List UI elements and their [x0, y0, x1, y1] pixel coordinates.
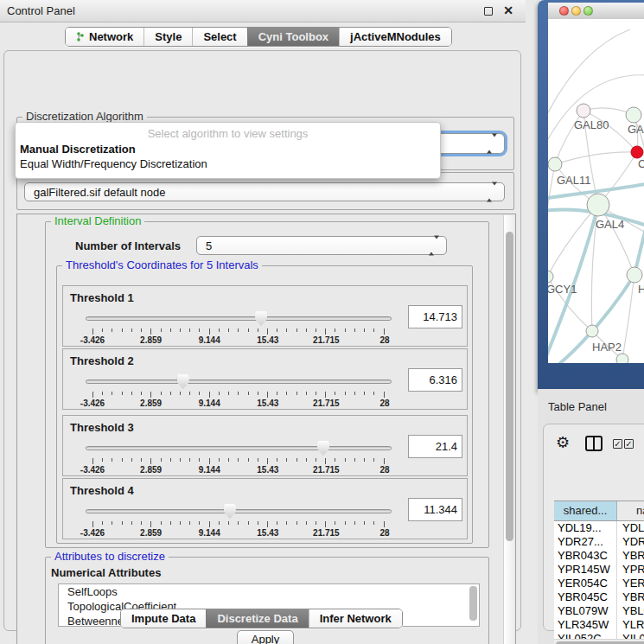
- slider-thumb[interactable]: [317, 441, 329, 456]
- checkbox-icon[interactable]: ✓: [624, 439, 634, 449]
- tab-infer-network[interactable]: Infer Network: [309, 609, 402, 628]
- threshold-slider-1[interactable]: [86, 312, 392, 328]
- cell-shared-name[interactable]: YDL19...: [554, 521, 617, 535]
- table-data-combo[interactable]: galFiltered.sif default node: [24, 182, 505, 201]
- tab-label: Cyni Toolbox: [258, 30, 328, 43]
- slider-thumb[interactable]: [224, 504, 236, 519]
- network-node-label-hap2: HAP2: [592, 341, 622, 354]
- threshold-label-4: Threshold 4: [70, 484, 134, 497]
- cell-shared-name[interactable]: YBR043C: [554, 549, 617, 563]
- slider-tick-labels: -3.4262.8599.14415.4321.71528: [92, 465, 385, 475]
- zoom-traffic-light-icon[interactable]: [583, 6, 593, 16]
- threshold-box-2: Threshold 2-3.4262.8599.14415.4321.71528…: [62, 348, 468, 410]
- tab-impute-data[interactable]: Impute Data: [121, 609, 206, 628]
- network-node[interactable]: [548, 157, 562, 171]
- interval-definition-group: Interval Definition Number of Intervals …: [45, 221, 489, 548]
- threshold-value-field-3[interactable]: 21.4: [408, 435, 462, 458]
- attributes-scrollbar[interactable]: [469, 586, 477, 621]
- network-node[interactable]: [548, 271, 553, 283]
- panel-scrollbar: [503, 215, 514, 644]
- algorithm-option-manual-discretization[interactable]: Manual Discretization: [20, 143, 136, 156]
- tab-jactivemnodules[interactable]: jActiveMNodules: [339, 28, 451, 46]
- network-node[interactable]: [586, 325, 598, 337]
- cell-name[interactable]: YPR1: [617, 563, 644, 577]
- split-columns-icon[interactable]: [585, 436, 603, 451]
- network-view-window: GAL80GACGAL11GAL4GCY1HHAP2: [538, 0, 644, 392]
- attribute-item-selfloops[interactable]: SelfLoops: [59, 584, 479, 599]
- cell-name[interactable]: YDR2: [617, 535, 644, 549]
- cell-shared-name[interactable]: YBR045C: [554, 590, 617, 604]
- algorithm-option-equal-width-frequency[interactable]: Equal Width/Frequency Discretization: [20, 157, 207, 170]
- tab-cyni-toolbox[interactable]: Cyni Toolbox: [247, 28, 339, 46]
- threshold-value-field-2[interactable]: 6.316: [408, 368, 462, 392]
- tab-style[interactable]: Style: [143, 28, 192, 46]
- cell-shared-name[interactable]: YDR27...: [554, 535, 617, 549]
- table-row[interactable]: YBR045CYBR0: [554, 590, 644, 604]
- network-edge[interactable]: [548, 164, 555, 244]
- close-icon[interactable]: ✕: [503, 3, 513, 17]
- network-node[interactable]: [577, 104, 590, 118]
- cyni-toolbox-panel: Discretization Algorithm Select algorith…: [3, 50, 521, 631]
- slider-tick-labels: -3.4262.8599.14415.4321.71528: [92, 335, 385, 346]
- network-node[interactable]: [626, 107, 641, 123]
- cell-name[interactable]: YBR0: [617, 590, 644, 604]
- slider-thumb[interactable]: [177, 374, 189, 389]
- float-window-icon[interactable]: [484, 7, 493, 16]
- threshold-slider-2[interactable]: [86, 375, 392, 391]
- table-row[interactable]: YBL079WYBL0: [554, 604, 644, 618]
- cell-name[interactable]: YBL0: [617, 604, 644, 618]
- combo-arrows-icon: [487, 137, 497, 150]
- network-node-label-gal4: GAL4: [596, 218, 624, 231]
- network-node[interactable]: [627, 267, 642, 283]
- table-row[interactable]: YDR27...YDR2: [554, 535, 644, 549]
- number-of-intervals-combo[interactable]: 5: [196, 236, 447, 255]
- network-canvas[interactable]: GAL80GACGAL11GAL4GCY1HHAP2: [548, 19, 644, 363]
- network-edge[interactable]: [555, 152, 637, 164]
- network-node[interactable]: [631, 146, 643, 158]
- network-edge[interactable]: [548, 205, 598, 277]
- tab-label: Style: [155, 30, 182, 43]
- table-row[interactable]: YLR345WYLR3: [554, 618, 644, 632]
- tab-select[interactable]: Select: [192, 28, 246, 46]
- threshold-slider-4[interactable]: [86, 505, 392, 520]
- right-panel: GAL80GACGAL11GAL4GCY1HHAP2 Table Panel ⚙…: [538, 0, 644, 644]
- slider-thumb[interactable]: [255, 311, 267, 326]
- tab-discretize-data[interactable]: Discretize Data: [206, 609, 308, 628]
- slider-ticks: [92, 392, 385, 398]
- cell-name[interactable]: YBR0: [617, 549, 644, 563]
- network-node[interactable]: [616, 354, 628, 363]
- table-row[interactable]: YBR043CYBR0: [554, 549, 644, 563]
- table-row[interactable]: YER054CYER0: [554, 577, 644, 590]
- slider-ticks: [92, 328, 385, 335]
- cell-shared-name[interactable]: YER054C: [554, 577, 617, 590]
- tab-network[interactable]: Network: [66, 28, 143, 46]
- threshold-value-field-1[interactable]: 14.713: [408, 305, 462, 328]
- gear-icon[interactable]: ⚙: [556, 435, 570, 450]
- cell-name[interactable]: YDL1: [617, 521, 644, 535]
- discretization-algorithm-group-label: Discretization Algorithm: [22, 110, 147, 123]
- threshold-slider-3[interactable]: [86, 442, 392, 457]
- minimize-traffic-light-icon[interactable]: [571, 6, 581, 16]
- network-node-label-gcy1: GCY1: [548, 283, 577, 296]
- tab-label: Discretize Data: [217, 612, 297, 625]
- tab-label: Impute Data: [131, 612, 195, 625]
- cell-name[interactable]: YLR3: [617, 618, 644, 632]
- threshold-box-4: Threshold 4-3.4262.8599.14415.4321.71528…: [62, 478, 468, 539]
- attributes-group-label: Attributes to discretize: [51, 550, 169, 563]
- panel-scrollbar-thumb[interactable]: [506, 232, 513, 541]
- threshold-value-field-4[interactable]: 11.344: [408, 498, 462, 521]
- table-row[interactable]: YDL19...YDL1: [554, 521, 644, 535]
- cell-name[interactable]: YER0: [617, 577, 644, 590]
- close-traffic-light-icon[interactable]: [559, 6, 569, 16]
- checkbox-icon[interactable]: ✓: [613, 439, 622, 449]
- apply-button[interactable]: Apply: [237, 630, 294, 644]
- table-panel-title: Table Panel: [548, 400, 607, 413]
- cell-shared-name[interactable]: YPR145W: [554, 563, 617, 577]
- network-node[interactable]: [587, 194, 609, 216]
- tab-label: Network: [89, 30, 133, 43]
- table-row[interactable]: YPR145WYPR1: [554, 563, 644, 577]
- column-header-name[interactable]: na: [617, 501, 644, 520]
- column-header-shared-name[interactable]: shared...: [554, 501, 617, 520]
- cell-shared-name[interactable]: YBL079W: [554, 604, 617, 618]
- cell-shared-name[interactable]: YLR345W: [554, 618, 617, 632]
